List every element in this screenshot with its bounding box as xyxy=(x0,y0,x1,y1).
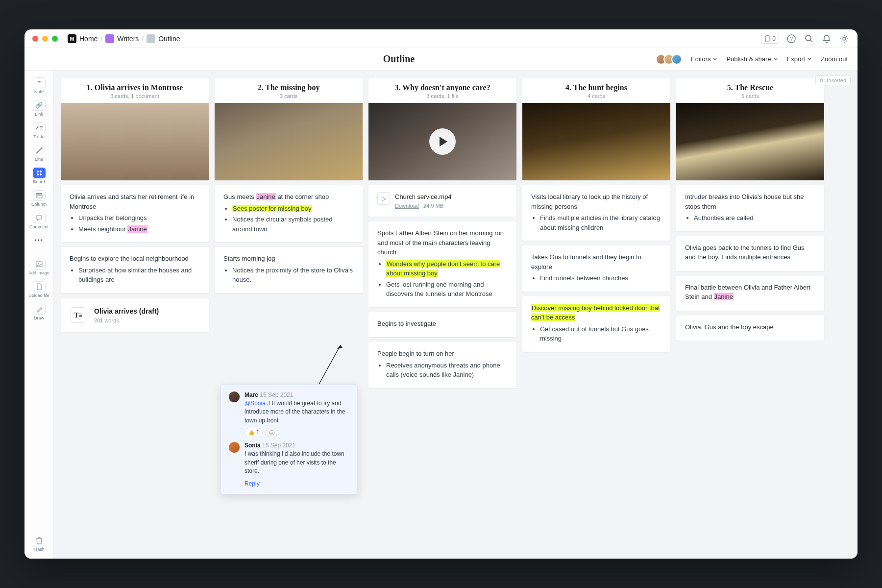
note-card[interactable]: Begins to investigate xyxy=(368,312,516,338)
close-window-button[interactable] xyxy=(32,36,38,42)
note-card[interactable]: People begin to turn on herReceives anon… xyxy=(368,342,516,388)
board-column[interactable]: 5. The Rescue 5 cards Intruder breaks in… xyxy=(676,78,824,341)
sidebar-tool-line[interactable]: Line xyxy=(27,143,51,164)
notifications-button[interactable] xyxy=(821,33,832,44)
column-meta: 3 cards, 1 document xyxy=(68,93,202,99)
comment: Sonia 15 Sep 2021 I was thinking I'd als… xyxy=(229,442,349,475)
help-icon: ? xyxy=(786,34,796,44)
sidebar-trash[interactable]: Trash xyxy=(27,533,51,554)
editors-dropdown[interactable]: Editors xyxy=(691,55,717,63)
card-text: Begins to investigate xyxy=(377,319,508,329)
column-meta: 3 cards xyxy=(221,93,356,99)
file-meta: Download · 24.9 MB xyxy=(395,202,452,210)
sidebar-tool-note[interactable]: ≡Note xyxy=(27,75,51,96)
column-header[interactable]: 3. Why doesn't anyone care? 3 cards, 1 f… xyxy=(368,78,516,180)
settings-button[interactable] xyxy=(839,33,850,44)
sidebar-tool-board[interactable]: Board xyxy=(27,166,51,186)
play-file-icon: ▷ xyxy=(377,192,390,205)
sidebar-upload-file[interactable]: Upload file xyxy=(27,279,51,300)
card-bullets: Get cased out of tunnels but Gus goes mi… xyxy=(531,324,662,343)
sidebar-tool-column[interactable]: Column xyxy=(27,188,51,209)
list-item: Unpacks her belongings xyxy=(78,213,200,223)
note-card[interactable]: Intruder breaks into Olivia's house but … xyxy=(676,185,824,231)
crumb-home[interactable]: Home xyxy=(79,35,98,43)
avatar-stack[interactable] xyxy=(656,54,682,65)
minimize-window-button[interactable] xyxy=(42,36,48,42)
device-pill[interactable]: 0 xyxy=(761,34,779,44)
card-text: Begins to explore the local neighbourhoo… xyxy=(70,254,200,264)
breadcrumb: M Home / Writers / Outline xyxy=(68,34,180,43)
document-card[interactable]: T≡ Olivia arrives (draft) 201 words xyxy=(61,298,209,333)
comment-header: Marc 15 Sep 2021 xyxy=(245,392,349,398)
card-text: Olivia goes back to the tunnels to find … xyxy=(685,243,815,262)
traffic-lights xyxy=(32,36,58,42)
list-item: Notices the circular symbols posted arou… xyxy=(232,215,354,234)
gear-icon xyxy=(839,34,849,44)
unsorted-badge[interactable]: 0 Unsorted xyxy=(815,75,851,85)
search-button[interactable] xyxy=(804,33,814,44)
note-card[interactable]: Starts morning jogNotices the proximity … xyxy=(215,247,363,293)
list-item: Authorities are called xyxy=(694,213,815,223)
note-card[interactable]: Begins to explore the local neighbourhoo… xyxy=(61,247,209,293)
board-area[interactable]: 0 Unsorted 1. Olivia arrives in Montrose… xyxy=(54,71,858,559)
sidebar-more[interactable]: ••• xyxy=(27,233,51,248)
column-header[interactable]: 5. The Rescue 5 cards xyxy=(676,78,824,180)
maximize-window-button[interactable] xyxy=(52,36,58,42)
app-logo-icon[interactable]: M xyxy=(68,34,76,43)
note-card[interactable]: Gus meets Janine at the corner shopSees … xyxy=(215,185,363,242)
chevron-down-icon xyxy=(807,57,812,62)
publish-dropdown[interactable]: Publish & share xyxy=(726,55,778,63)
note-card[interactable]: Spots Father Albert Stein on her morning… xyxy=(368,221,516,307)
note-card[interactable]: Olivia, Gus and the boy escape xyxy=(676,316,824,341)
note-card[interactable]: Visits local library to look up the hist… xyxy=(522,185,670,241)
phone-icon xyxy=(764,35,770,42)
svg-point-18 xyxy=(271,432,271,432)
add-reaction-button[interactable] xyxy=(266,428,278,437)
sidebar-tool-todo[interactable]: ✓≡To-do xyxy=(27,121,51,141)
card-text: Visits local library to look up the hist… xyxy=(531,192,662,211)
svg-rect-11 xyxy=(36,193,42,195)
note-card[interactable]: Olivia goes back to the tunnels to find … xyxy=(676,236,824,271)
comment-header: Sonia 15 Sep 2021 xyxy=(245,442,349,449)
column-header[interactable]: 4. The hunt begins 4 cards xyxy=(522,78,670,180)
column-title: 1. Olivia arrives in Montrose xyxy=(68,83,202,92)
export-dropdown[interactable]: Export xyxy=(787,55,812,63)
column-header[interactable]: 2. The missing boy 3 cards xyxy=(215,78,363,180)
file-card[interactable]: ▷ Church service.mp4 Download · 24.9 MB xyxy=(368,185,516,217)
help-button[interactable]: ? xyxy=(786,33,797,44)
zoom-out-button[interactable]: Zoom out xyxy=(821,55,848,63)
download-link[interactable]: Download xyxy=(395,203,419,209)
card-bullets: Finds multiple articles in the library c… xyxy=(531,213,662,232)
sidebar-tool-comment[interactable]: Comment xyxy=(27,211,51,231)
list-item: Finds multiple articles in the library c… xyxy=(540,213,662,232)
board-column[interactable]: 1. Olivia arrives in Montrose 3 cards, 1… xyxy=(61,78,209,332)
board-column[interactable]: 3. Why doesn't anyone care? 3 cards, 1 f… xyxy=(368,78,516,388)
reply-button[interactable]: Reply xyxy=(245,480,349,487)
column-title: 4. The hunt begins xyxy=(529,83,663,92)
column-meta: 3 cards, 1 file xyxy=(375,93,510,99)
board-column[interactable]: 4. The hunt begins 4 cards Visits local … xyxy=(522,78,670,352)
svg-line-4 xyxy=(810,40,812,42)
svg-line-6 xyxy=(36,147,42,153)
page-icon xyxy=(147,34,155,43)
board-column[interactable]: 2. The missing boy 3 cards Gus meets Jan… xyxy=(215,78,363,293)
crumb-outline[interactable]: Outline xyxy=(158,35,180,43)
more-icon: ••• xyxy=(33,235,46,246)
sidebar-add-image[interactable]: Add image xyxy=(27,257,51,277)
note-card[interactable]: Discover missing boy behind locked door … xyxy=(522,296,670,352)
crumb-writers[interactable]: Writers xyxy=(117,35,139,43)
sidebar-draw[interactable]: Draw xyxy=(27,302,51,322)
svg-point-17 xyxy=(270,430,274,435)
file-icon xyxy=(33,281,46,292)
note-card[interactable]: Takes Gus to tunnels and they begin to e… xyxy=(522,245,670,292)
list-item: Get cased out of tunnels but Gus goes mi… xyxy=(540,324,662,343)
column-header[interactable]: 1. Olivia arrives in Montrose 3 cards, 1… xyxy=(61,78,209,180)
column-icon xyxy=(33,190,46,201)
comment-panel[interactable]: Marc 15 Sep 2021 @Sonia J It would be gr… xyxy=(220,384,358,494)
note-card[interactable]: Olivia arrives and starts her retirement… xyxy=(61,185,209,242)
board-icon xyxy=(33,168,46,178)
reaction-thumbsup[interactable]: 👍 1 xyxy=(245,428,263,437)
column-image[interactable] xyxy=(368,103,516,180)
note-card[interactable]: Final battle between Olivia and Father A… xyxy=(676,276,824,311)
sidebar-tool-link[interactable]: 🔗Link xyxy=(27,98,51,119)
